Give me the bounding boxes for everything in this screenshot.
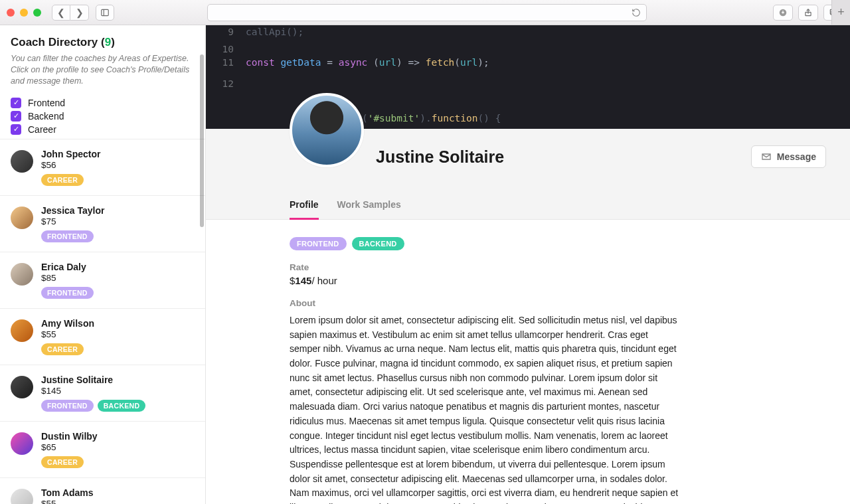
coach-badges: FRONTEND xyxy=(41,230,104,242)
rate-suffix: / hour xyxy=(311,275,337,286)
coach-rate: $56 xyxy=(41,160,100,170)
tab-profile[interactable]: Profile xyxy=(290,199,319,220)
profile-name: Justine Solitaire xyxy=(376,147,504,167)
filter-label: Frontend xyxy=(28,98,65,108)
profile-header: Justine Solitaire Message xyxy=(206,129,850,185)
window-controls xyxy=(7,9,41,17)
downloads-button[interactable] xyxy=(773,5,793,21)
avatar xyxy=(11,432,33,455)
message-button-label: Message xyxy=(777,151,816,162)
avatar xyxy=(11,376,33,398)
badge: CAREER xyxy=(41,456,84,468)
coach-name: John Spector xyxy=(41,149,100,159)
forward-button[interactable]: ❯ xyxy=(70,5,89,21)
filter-group: ✓Frontend ✓Backend ✓Career xyxy=(11,96,195,136)
line-number: 9 xyxy=(218,27,234,37)
coach-item[interactable]: Dustin Wilby$65CAREER xyxy=(0,422,205,478)
about-label: About xyxy=(290,298,826,308)
rate-label: Rate xyxy=(290,262,826,272)
filter-label: Career xyxy=(28,124,56,135)
coach-badges: CAREER xyxy=(41,174,100,186)
coach-rate: $55 xyxy=(41,499,94,504)
back-button[interactable]: ❮ xyxy=(52,5,70,21)
scrollbar-thumb[interactable] xyxy=(200,54,204,227)
envelope-icon xyxy=(761,151,772,162)
coach-item[interactable]: Amy Wilson$55CAREER xyxy=(0,309,205,365)
rate-amount: 145 xyxy=(295,275,311,286)
coach-item[interactable]: Justine Solitaire$145FRONTENDBACKEND xyxy=(0,365,205,422)
sidebar-help-text: You can filter the coaches by Areas of E… xyxy=(11,53,195,87)
message-button[interactable]: Message xyxy=(751,145,826,168)
badge: FRONTEND xyxy=(41,400,94,412)
coach-rate: $145 xyxy=(41,386,145,396)
filter-career[interactable]: ✓Career xyxy=(11,123,195,136)
download-icon xyxy=(778,8,788,17)
minimize-window-icon[interactable] xyxy=(20,9,28,17)
coach-badges: CAREER xyxy=(41,343,94,355)
avatar xyxy=(290,93,364,167)
line-number: 11 xyxy=(218,57,234,68)
checkbox-checked-icon: ✓ xyxy=(11,124,21,135)
coach-name: Erica Daly xyxy=(41,262,94,272)
sidebar-title-suffix: ) xyxy=(111,36,115,48)
coach-rate: $55 xyxy=(41,329,94,339)
checkbox-checked-icon: ✓ xyxy=(11,111,21,122)
avatar xyxy=(11,489,33,504)
new-tab-button[interactable]: + xyxy=(831,0,850,25)
svg-rect-0 xyxy=(102,9,109,15)
expertise-pills: FRONTENDBACKEND xyxy=(290,237,826,250)
tab-work-samples[interactable]: Work Samples xyxy=(337,199,401,219)
badge: CAREER xyxy=(41,174,84,186)
coach-name: Justine Solitaire xyxy=(41,375,145,385)
rate-value: $145/ hour xyxy=(290,275,826,286)
coach-item[interactable]: Erica Daly$85FRONTEND xyxy=(0,252,205,309)
profile-tabs: Profile Work Samples xyxy=(206,185,850,220)
line-number: 10 xyxy=(218,44,234,54)
coach-item[interactable]: Jessica Taylor$75FRONTEND xyxy=(0,196,205,252)
avatar xyxy=(11,263,33,286)
coach-rate: $75 xyxy=(41,216,104,226)
line-number: 12 xyxy=(218,78,234,89)
badge: FRONTEND xyxy=(41,287,94,299)
profile-panel: 9 callApi(); 10 11const getData = async … xyxy=(206,25,850,504)
expertise-pill: FRONTEND xyxy=(290,237,347,250)
badge: CAREER xyxy=(41,343,84,355)
coach-item[interactable]: Tom Adams$55CAREER xyxy=(0,478,205,504)
coach-item[interactable]: John Spector$56CAREER xyxy=(0,139,205,196)
badge: BACKEND xyxy=(98,400,146,412)
avatar xyxy=(11,319,33,342)
close-window-icon[interactable] xyxy=(7,9,15,17)
coach-rate: $85 xyxy=(41,273,94,283)
coach-list: John Spector$56CAREERJessica Taylor$75FR… xyxy=(0,139,205,504)
expertise-pill: BACKEND xyxy=(352,237,404,250)
coach-count: 9 xyxy=(105,36,111,48)
share-button[interactable] xyxy=(798,5,818,21)
sidebar-title-prefix: Coach Directory ( xyxy=(11,36,105,48)
avatar xyxy=(11,150,33,173)
sidebar-icon xyxy=(100,8,110,17)
checkbox-checked-icon: ✓ xyxy=(11,98,21,108)
coach-rate: $65 xyxy=(41,442,98,452)
sidebar-toggle-button[interactable] xyxy=(96,5,114,21)
maximize-window-icon[interactable] xyxy=(33,9,41,17)
code-text: callApi(); xyxy=(246,27,303,37)
coach-badges: FRONTEND xyxy=(41,287,94,299)
filter-backend[interactable]: ✓Backend xyxy=(11,110,195,123)
nav-buttons: ❮ ❯ xyxy=(52,5,89,21)
browser-chrome: ❮ ❯ + xyxy=(0,0,850,25)
profile-content: FRONTENDBACKEND Rate $145/ hour About Lo… xyxy=(206,220,850,504)
coach-name: Amy Wilson xyxy=(41,318,94,329)
badge: FRONTEND xyxy=(41,230,94,242)
address-bar[interactable] xyxy=(207,4,647,21)
about-text: Lorem ipsum dolor sit amet, consectetur … xyxy=(290,313,681,504)
share-icon xyxy=(804,8,813,17)
reload-icon[interactable] xyxy=(632,8,641,17)
sidebar-title: Coach Directory (9) xyxy=(11,36,195,49)
coach-sidebar: Coach Directory (9) You can filter the c… xyxy=(0,25,206,504)
filter-frontend[interactable]: ✓Frontend xyxy=(11,96,195,110)
coach-name: Jessica Taylor xyxy=(41,205,104,216)
coach-name: Dustin Wilby xyxy=(41,431,98,442)
coach-badges: CAREER xyxy=(41,456,98,468)
coach-name: Tom Adams xyxy=(41,487,94,498)
coach-badges: FRONTENDBACKEND xyxy=(41,400,145,412)
